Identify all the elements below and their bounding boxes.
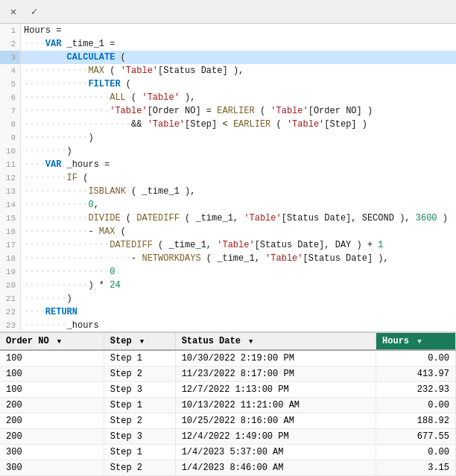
code-line-19: 19················0 bbox=[0, 265, 456, 279]
line-content: ············DIVIDE ( DATEDIFF ( _time_1,… bbox=[21, 212, 448, 225]
line-content: ····················- NETWORKDAYS ( _tim… bbox=[21, 252, 389, 265]
filter-icon[interactable]: ▼ bbox=[57, 338, 61, 346]
line-number: 13 bbox=[0, 185, 21, 198]
code-line-15: 15············DIVIDE ( DATEDIFF ( _time_… bbox=[0, 212, 456, 225]
cell-step: Step 1 bbox=[104, 350, 175, 366]
cell-step: Step 1 bbox=[104, 445, 175, 460]
code-line-1: 1Hours = bbox=[0, 24, 456, 37]
cell-order-no: 100 bbox=[0, 350, 104, 366]
line-number: 10 bbox=[0, 145, 21, 158]
sort-arrow-icon[interactable]: ▼ bbox=[417, 338, 421, 346]
confirm-button[interactable]: ✓ bbox=[27, 4, 42, 19]
code-line-10: 10········) bbox=[0, 145, 456, 158]
code-line-8: 8····················&& 'Table'[Step] < … bbox=[0, 118, 456, 131]
code-line-20: 20············) * 24 bbox=[0, 279, 456, 292]
col-hours-label: Hours bbox=[382, 336, 409, 346]
line-content: ················ALL ( 'Table' ), bbox=[21, 91, 195, 104]
cell-hours: 188.92 bbox=[376, 413, 456, 429]
line-number: 5 bbox=[0, 77, 21, 91]
line-content: ········) bbox=[21, 145, 72, 158]
data-table-container: Order NO ▼ Step ▼ Status Date ▼ Hours ▼ … bbox=[0, 333, 456, 476]
col-order-no[interactable]: Order NO ▼ bbox=[0, 333, 104, 350]
line-content: ············- MAX ( bbox=[21, 225, 126, 238]
line-number: 23 bbox=[0, 319, 21, 332]
line-number: 16 bbox=[0, 225, 21, 238]
line-content: ············FILTER ( bbox=[21, 77, 131, 91]
cell-hours: 232.93 bbox=[376, 382, 456, 398]
cell-step: Step 3 bbox=[104, 429, 175, 445]
table-header-row: Order NO ▼ Step ▼ Status Date ▼ Hours ▼ bbox=[0, 333, 456, 350]
line-content: ········_hours bbox=[21, 319, 99, 332]
line-content: ················'Table'[Order NO] = EARL… bbox=[21, 104, 373, 118]
line-content: ················0 bbox=[21, 265, 115, 279]
cell-order-no: 200 bbox=[0, 413, 104, 429]
code-line-4: 4············MAX ( 'Table'[Status Date] … bbox=[0, 64, 456, 77]
line-content: ············0, bbox=[21, 198, 99, 212]
line-number: 7 bbox=[0, 104, 21, 118]
line-content: ········IF ( bbox=[21, 171, 88, 185]
code-line-7: 7················'Table'[Order NO] = EAR… bbox=[0, 104, 456, 118]
line-content: ················DATEDIFF ( _time_1, 'Tab… bbox=[21, 238, 384, 252]
code-line-22: 22····RETURN bbox=[0, 305, 456, 319]
code-line-17: 17················DATEDIFF ( _time_1, 'T… bbox=[0, 238, 456, 252]
cell-order-no: 200 bbox=[0, 429, 104, 445]
line-content: ············) * 24 bbox=[21, 279, 121, 292]
cell-order-no: 100 bbox=[0, 366, 104, 382]
cell-status-date: 12/4/2022 1:49:00 PM bbox=[175, 429, 376, 445]
line-number: 2 bbox=[0, 37, 21, 51]
code-line-3: 3········CALCULATE ( bbox=[0, 51, 456, 64]
line-number: 3 bbox=[0, 51, 21, 64]
cell-order-no: 300 bbox=[0, 460, 104, 476]
line-number: 12 bbox=[0, 171, 21, 185]
cell-step: Step 2 bbox=[104, 413, 175, 429]
cell-hours: 0.00 bbox=[376, 398, 456, 413]
line-content: ············) bbox=[21, 131, 94, 145]
line-content: ····VAR _time_1 = bbox=[21, 37, 115, 51]
line-number: 6 bbox=[0, 91, 21, 104]
line-content: Hours = bbox=[21, 24, 67, 37]
line-number: 20 bbox=[0, 279, 21, 292]
line-number: 8 bbox=[0, 118, 21, 131]
line-number: 4 bbox=[0, 64, 21, 77]
line-number: 11 bbox=[0, 158, 21, 171]
table-row: 100Step 211/23/2022 8:17:00 PM413.97 bbox=[0, 366, 456, 382]
code-line-6: 6················ALL ( 'Table' ), bbox=[0, 91, 456, 104]
code-editor: 1Hours = 2····VAR _time_1 =3········CALC… bbox=[0, 24, 456, 333]
cell-status-date: 1/4/2023 8:46:00 AM bbox=[175, 460, 376, 476]
col-step-label: Step bbox=[110, 336, 132, 346]
cancel-button[interactable]: ✕ bbox=[6, 4, 21, 19]
line-content: ····VAR _hours = bbox=[21, 158, 110, 171]
code-line-23: 23········_hours bbox=[0, 319, 456, 332]
col-status-date[interactable]: Status Date ▼ bbox=[175, 333, 376, 350]
cell-order-no: 100 bbox=[0, 382, 104, 398]
line-content: ········) bbox=[21, 292, 72, 305]
table-row: 300Step 11/4/2023 5:37:00 AM0.00 bbox=[0, 445, 456, 460]
col-status-date-label: Status Date bbox=[182, 336, 241, 346]
cell-status-date: 10/30/2022 2:19:00 PM bbox=[175, 350, 376, 366]
line-content: ····RETURN bbox=[21, 305, 77, 319]
line-number: 22 bbox=[0, 305, 21, 319]
table-row: 200Step 210/25/2022 8:16:00 AM188.92 bbox=[0, 413, 456, 429]
cell-hours: 3.15 bbox=[376, 460, 456, 476]
col-hours[interactable]: Hours ▼ bbox=[376, 333, 456, 350]
table-row: 100Step 110/30/2022 2:19:00 PM0.00 bbox=[0, 350, 456, 366]
code-line-18: 18····················- NETWORKDAYS ( _t… bbox=[0, 252, 456, 265]
line-number: 19 bbox=[0, 265, 21, 279]
code-line-14: 14············0, bbox=[0, 198, 456, 212]
line-content: ············MAX ( 'Table'[Status Date] )… bbox=[21, 64, 244, 77]
table-row: 200Step 312/4/2022 1:49:00 PM677.55 bbox=[0, 429, 456, 445]
table-row: 200Step 110/13/2022 11:21:00 AM0.00 bbox=[0, 398, 456, 413]
filter-icon[interactable]: ▼ bbox=[249, 338, 253, 346]
line-content: ············ISBLANK ( _time_1 ), bbox=[21, 185, 195, 198]
cell-status-date: 1/4/2023 5:37:00 AM bbox=[175, 445, 376, 460]
code-line-2: 2····VAR _time_1 = bbox=[0, 37, 456, 51]
code-line-13: 13············ISBLANK ( _time_1 ), bbox=[0, 185, 456, 198]
line-number: 1 bbox=[0, 24, 21, 37]
cell-step: Step 2 bbox=[104, 366, 175, 382]
col-order-no-label: Order NO bbox=[6, 336, 49, 346]
line-number: 15 bbox=[0, 212, 21, 225]
cell-hours: 0.00 bbox=[376, 445, 456, 460]
filter-icon[interactable]: ▼ bbox=[140, 338, 144, 346]
code-line-5: 5············FILTER ( bbox=[0, 77, 456, 91]
col-step[interactable]: Step ▼ bbox=[104, 333, 175, 350]
